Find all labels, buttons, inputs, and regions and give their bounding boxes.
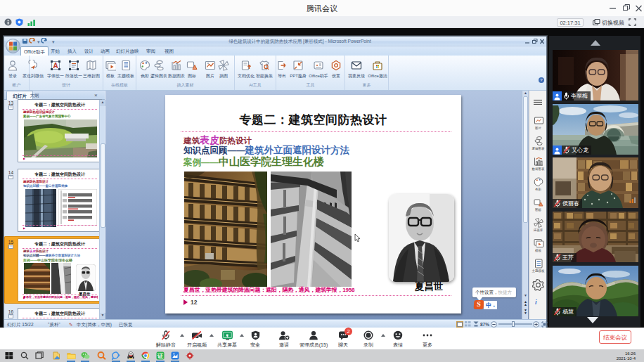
svg-text:▾: ▾: [52, 39, 55, 44]
svg-text:证: 证: [157, 353, 164, 359]
svg-text:A: A: [53, 62, 58, 70]
svg-text:▾: ▾: [37, 39, 40, 44]
